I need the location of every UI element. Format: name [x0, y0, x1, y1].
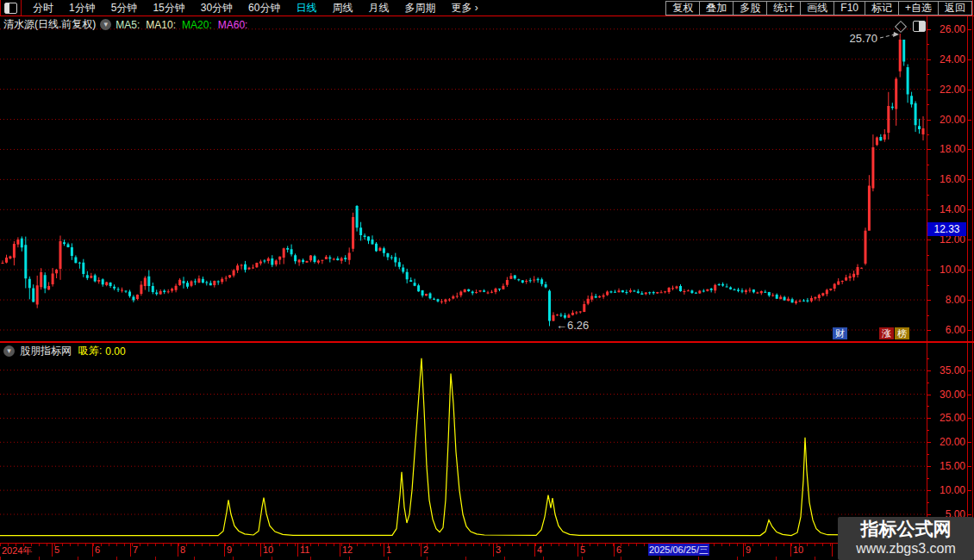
price-axis-label: 22.00 — [927, 84, 965, 96]
indicator-collapse-icon[interactable]: ▾ — [3, 345, 15, 357]
month-tick — [534, 544, 535, 557]
price-tick-right — [967, 179, 971, 180]
month-tick — [297, 544, 298, 557]
menu-item-5分钟[interactable]: 5分钟 — [103, 1, 146, 16]
watermark: 指标公式网 www.zbgs3.com — [838, 517, 974, 560]
chart-header: 清水源(日线.前复权) ▾ MA5:MA10:MA20:MA60: — [3, 18, 253, 31]
month-label: 5 — [580, 544, 585, 555]
bottom-cut-row — [0, 557, 974, 560]
period-menu: 分时1分钟5分钟15分钟30分钟60分钟日线周线月线多周期更多 › — [25, 1, 486, 16]
window-layout-button[interactable] — [1, 0, 22, 16]
indicator-tick-right — [967, 395, 971, 395]
indicator-axis-label: 35.00 — [927, 364, 965, 376]
indicator-axis-label: 10.00 — [927, 484, 965, 496]
month-tick — [130, 544, 131, 557]
menu-button-画线[interactable]: 画线 — [800, 1, 834, 16]
price-tick-right — [967, 90, 971, 90]
menu-item-日线[interactable]: 日线 — [288, 1, 324, 16]
month-tick — [224, 544, 225, 557]
indicator-axis-label: 20.00 — [927, 436, 965, 448]
price-minor-tick — [927, 255, 929, 256]
indicator-minor-tick — [927, 430, 929, 431]
candlestick-chart[interactable]: 25.70←6.26 — [0, 17, 927, 342]
indicator-tick — [927, 418, 931, 419]
gainers-button-zhang[interactable]: 涨 — [879, 327, 894, 339]
menu-item-15分钟[interactable]: 15分钟 — [145, 1, 192, 16]
price-tick-right — [967, 270, 971, 271]
annotation-low: ←6.26 — [556, 319, 589, 332]
month-tick — [790, 544, 791, 557]
month-label: 11 — [300, 544, 309, 555]
price-tick — [927, 240, 931, 240]
time-axis-minor-ticks — [0, 544, 927, 546]
menu-item-30分钟[interactable]: 30分钟 — [193, 1, 240, 16]
axis-right-line — [967, 16, 968, 543]
month-label: 8 — [180, 544, 185, 555]
month-tick — [421, 544, 421, 557]
indicator-tick-right — [967, 514, 971, 515]
price-tick — [927, 59, 931, 60]
month-label: 6 — [616, 544, 621, 555]
time-axis[interactable]: 2024年 56789101112123456910 2025/06/25/三 — [0, 543, 974, 557]
price-tick — [927, 330, 931, 331]
menu-item-周线[interactable]: 周线 — [324, 1, 360, 16]
price-tick — [927, 120, 931, 121]
menu-button-F10[interactable]: F10 — [834, 1, 865, 16]
menu-item-60分钟[interactable]: 60分钟 — [240, 1, 288, 16]
price-axis-label: 14.00 — [927, 203, 965, 215]
indicator-axis-label: 30.00 — [927, 389, 965, 401]
indicator-minor-tick — [927, 406, 929, 407]
price-minor-tick — [927, 315, 929, 316]
indicator-tick — [927, 466, 931, 467]
ma-label: MA20: — [182, 19, 212, 31]
menu-button-统计[interactable]: 统计 — [766, 1, 801, 16]
month-label: 3 — [496, 544, 501, 555]
price-minor-tick — [927, 195, 929, 196]
annotation-high: 25.70 — [849, 32, 877, 45]
price-tick-right — [967, 240, 971, 240]
menu-item-分时[interactable]: 分时 — [25, 1, 61, 16]
indicator-tick-right — [967, 466, 971, 467]
window-right-border — [972, 0, 973, 560]
menu-button-标记[interactable]: 标记 — [865, 1, 899, 16]
menu-button-复权[interactable]: 复权 — [665, 1, 700, 16]
month-tick — [52, 544, 53, 557]
month-label: 9 — [227, 544, 232, 555]
month-label: 2 — [423, 544, 428, 555]
price-tick-right — [967, 149, 971, 150]
price-tick — [927, 270, 931, 271]
indicator-value: 0.00 — [105, 345, 125, 358]
price-minor-tick — [927, 285, 929, 286]
indicator-tick — [927, 490, 931, 491]
finance-button[interactable]: 财 — [833, 327, 847, 339]
month-label: 10 — [263, 544, 273, 555]
indicator-chart[interactable] — [0, 343, 927, 543]
month-tick — [260, 544, 261, 557]
indicator-tick-right — [967, 490, 971, 491]
collapse-chevron-icon[interactable]: ▾ — [100, 19, 111, 30]
price-tick — [927, 149, 931, 150]
mark-diamond-icon[interactable] — [895, 20, 907, 32]
price-tick-right — [967, 59, 971, 60]
menu-item-多周期[interactable]: 多周期 — [396, 1, 443, 16]
indicator-tick-right — [967, 442, 971, 443]
menu-item-月线[interactable]: 月线 — [360, 1, 396, 16]
gainers-button-bang[interactable]: 榜 — [895, 327, 909, 339]
menu-button-+自选[interactable]: +自选 — [898, 1, 939, 16]
month-label: 5 — [54, 544, 59, 555]
indicator-tick — [927, 370, 931, 371]
menu-item-1分钟[interactable]: 1分钟 — [61, 1, 103, 16]
price-axis-label: 24.00 — [927, 53, 965, 65]
month-tick — [614, 544, 615, 557]
indicator-axis-label: 15.00 — [927, 460, 965, 472]
month-label: 6 — [95, 544, 100, 555]
menu-item-更多[interactable]: 更多 › — [443, 1, 485, 16]
menu-button-叠加[interactable]: 叠加 — [699, 1, 734, 16]
menu-button-返回[interactable]: 返回 — [938, 1, 972, 16]
month-label: 10 — [793, 544, 803, 555]
price-tick — [927, 179, 931, 180]
month-tick — [92, 544, 93, 557]
year-label: 2024年 — [2, 544, 32, 557]
maximize-pane-icon[interactable] — [913, 21, 926, 32]
menu-button-多股[interactable]: 多股 — [733, 1, 767, 16]
